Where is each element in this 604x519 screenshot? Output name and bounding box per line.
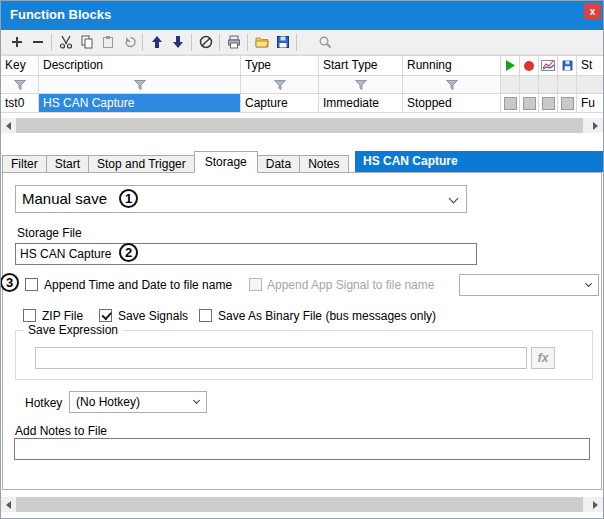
scrollbar-thumb[interactable] <box>16 118 583 133</box>
save-signals-checkbox[interactable] <box>99 309 112 322</box>
row-stop-button-cell[interactable] <box>520 94 539 113</box>
scroll-left-icon <box>6 501 11 509</box>
zip-file-checkbox[interactable] <box>23 309 36 322</box>
filter-funnel-icon <box>14 80 26 90</box>
filter-partial-cell <box>577 76 603 94</box>
toolbar-separator <box>247 34 248 51</box>
move-up-button[interactable] <box>146 32 167 53</box>
open-file-button[interactable] <box>251 32 272 53</box>
tab-filter[interactable]: Filter <box>2 155 47 173</box>
scroll-left-icon <box>6 122 11 130</box>
annotation-circle-3: 3 <box>0 273 19 292</box>
filter-start-type[interactable] <box>319 76 403 94</box>
add-icon <box>9 34 25 50</box>
pane-horizontal-scrollbar[interactable] <box>1 497 603 512</box>
add-notes-input[interactable] <box>14 438 590 460</box>
row-start-type-cell[interactable]: Immediate <box>319 94 403 113</box>
tab-stop-and-trigger[interactable]: Stop and Trigger <box>88 155 195 173</box>
cut-button[interactable] <box>55 32 76 53</box>
tab-start[interactable]: Start <box>46 155 89 173</box>
row-partial-cell[interactable]: Fu <box>577 94 603 113</box>
append-app-signal-checkbox[interactable] <box>249 278 262 291</box>
save-cell-button[interactable] <box>561 97 574 110</box>
filter-funnel-icon <box>274 80 286 90</box>
save-mode-combobox[interactable]: Manual save <box>15 185 467 213</box>
column-header-partial[interactable]: St <box>577 56 603 76</box>
scroll-right-button[interactable] <box>588 497 603 512</box>
row-running-cell[interactable]: Stopped <box>403 94 501 113</box>
column-header-key[interactable]: Key <box>1 56 39 76</box>
graph-cell-button[interactable] <box>542 97 555 110</box>
column-header-type[interactable]: Type <box>241 56 319 76</box>
scrollbar-thumb[interactable] <box>16 497 583 512</box>
save-file-button[interactable] <box>272 32 293 53</box>
storage-tab-pane: Manual save 1 Storage File 2 3 Append Ti… <box>2 172 602 490</box>
stop-cell-button[interactable] <box>523 97 536 110</box>
append-time-label[interactable]: Append Time and Date to file name <box>44 278 232 292</box>
copy-button[interactable] <box>76 32 97 53</box>
filter-description[interactable] <box>39 76 241 94</box>
column-header-start[interactable] <box>501 56 520 76</box>
undo-button[interactable] <box>118 32 139 53</box>
start-cell-button[interactable] <box>504 97 517 110</box>
table-horizontal-scrollbar[interactable] <box>1 118 603 133</box>
column-header-description[interactable]: Description <box>39 56 241 76</box>
filter-funnel-icon <box>134 80 146 90</box>
row-type-cell[interactable]: Capture <box>241 94 319 113</box>
column-header-save[interactable] <box>558 56 577 76</box>
scroll-right-button[interactable] <box>588 118 603 133</box>
expression-editor-button[interactable]: fx <box>531 347 555 369</box>
column-header-start-type[interactable]: Start Type <box>319 56 403 76</box>
append-signal-combobox[interactable] <box>459 274 599 296</box>
stop-column-icon <box>523 60 535 72</box>
filter-running[interactable] <box>403 76 501 94</box>
filter-start-cell <box>501 76 520 94</box>
add-button[interactable] <box>6 32 27 53</box>
filter-type[interactable] <box>241 76 319 94</box>
disable-button[interactable] <box>195 32 216 53</box>
add-notes-label: Add Notes to File <box>15 424 107 438</box>
tab-data[interactable]: Data <box>257 155 300 173</box>
remove-button[interactable] <box>27 32 48 53</box>
close-button[interactable]: x <box>584 3 601 19</box>
column-header-graph[interactable] <box>539 56 558 76</box>
chevron-down-icon <box>585 280 592 287</box>
window-title: Function Blocks <box>10 7 111 22</box>
scroll-left-button[interactable] <box>1 497 16 512</box>
column-header-stop[interactable] <box>520 56 539 76</box>
row-description-cell[interactable]: HS CAN Capture <box>39 94 241 113</box>
zip-file-label[interactable]: ZIP File <box>42 309 83 323</box>
save-icon <box>275 34 291 50</box>
annotation-circle-1: 1 <box>119 189 138 208</box>
tab-bar: Filter Start Stop and Trigger Storage Da… <box>2 151 348 173</box>
row-start-button-cell[interactable] <box>501 94 520 113</box>
hotkey-combobox[interactable]: (No Hotkey) <box>69 391 207 413</box>
print-icon <box>226 34 242 50</box>
move-down-button[interactable] <box>167 32 188 53</box>
filter-key[interactable] <box>1 76 39 94</box>
row-key-cell[interactable]: tst0 <box>1 94 39 113</box>
scroll-left-button[interactable] <box>1 118 16 133</box>
function-blocks-table: Key Description Type Start Type Running … <box>1 55 603 112</box>
save-as-binary-label[interactable]: Save As Binary File (bus messages only) <box>218 309 436 323</box>
filter-stop-cell <box>520 76 539 94</box>
scroll-right-icon <box>593 122 598 130</box>
tab-storage[interactable]: Storage <box>194 151 258 173</box>
save-as-binary-checkbox[interactable] <box>199 309 212 322</box>
zoom-button[interactable] <box>314 32 335 53</box>
column-header-running[interactable]: Running <box>403 56 501 76</box>
tab-notes[interactable]: Notes <box>299 155 348 173</box>
filter-save-cell <box>558 76 577 94</box>
row-save-button-cell[interactable] <box>558 94 577 113</box>
cut-icon <box>58 34 74 50</box>
append-time-checkbox[interactable] <box>25 278 38 291</box>
title-bar[interactable]: Function Blocks x <box>0 0 604 30</box>
row-graph-button-cell[interactable] <box>539 94 558 113</box>
print-button[interactable] <box>223 32 244 53</box>
save-signals-label[interactable]: Save Signals <box>118 309 188 323</box>
magnifier-icon <box>317 34 333 50</box>
paste-button[interactable] <box>97 32 118 53</box>
toolbar-separator <box>51 34 52 51</box>
storage-file-input[interactable] <box>15 243 477 265</box>
save-expression-input[interactable] <box>35 347 527 369</box>
